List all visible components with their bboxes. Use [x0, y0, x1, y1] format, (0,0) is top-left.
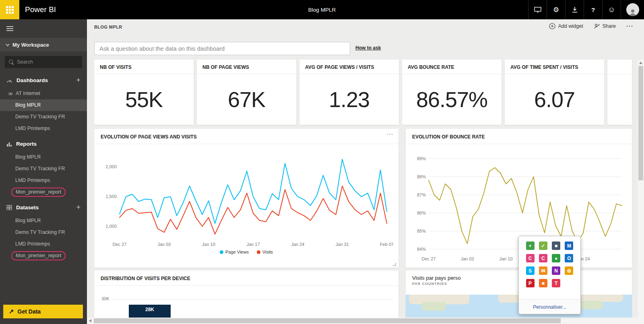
- app-launcher-button[interactable]: [0, 0, 19, 19]
- horizontal-scroll-thumb[interactable]: [94, 318, 561, 323]
- sidebar-item-mon-premier-report[interactable]: Mon_premier_report: [0, 186, 87, 198]
- sidebar-item-mon-premier-report[interactable]: Mon_premier_report: [0, 250, 87, 262]
- section-reports[interactable]: Reports: [0, 136, 87, 151]
- help-button[interactable]: ?: [584, 0, 602, 19]
- share-app-pink-ocs-icon[interactable]: C: [526, 254, 535, 262]
- share-button[interactable]: Share: [594, 23, 616, 29]
- section-label: Datasets: [16, 204, 39, 210]
- gridline: [113, 299, 393, 299]
- settings-button[interactable]: ⚙: [547, 0, 565, 19]
- share-app-outlook-icon[interactable]: O: [565, 254, 573, 262]
- svg-text:89%: 89%: [417, 156, 426, 161]
- chevron-down-icon: [6, 42, 10, 46]
- share-app-red-t-icon[interactable]: T: [552, 279, 560, 287]
- scroll-left-arrow[interactable]: [87, 318, 93, 324]
- feedback-button[interactable]: ☺: [602, 0, 621, 19]
- kpi-title: AVG BOUNCE RATE: [402, 60, 502, 74]
- add-dataset-button[interactable]: +: [76, 204, 80, 211]
- get-data-button[interactable]: ↗ Get Data: [3, 305, 83, 318]
- legend-item: Page Views: [220, 250, 249, 254]
- kpi-value: 55K: [94, 74, 194, 125]
- share-app-red-p-icon[interactable]: P: [526, 279, 535, 287]
- add-widget-label: Add widget: [558, 23, 583, 29]
- pageviews-visits-tile[interactable]: EVOLUTION OF PAGE VIEWS AND VISITS ··· 1…: [94, 129, 398, 268]
- qa-question-input[interactable]: [94, 42, 350, 55]
- share-app-blue-m-icon[interactable]: M: [565, 241, 573, 250]
- vertical-scroll-thumb[interactable]: [638, 66, 643, 180]
- vertical-scrollbar[interactable]: [638, 60, 644, 318]
- kpi-card[interactable]: AVG OF TIME SPENT / VISITS6.07: [505, 60, 604, 125]
- section-datasets[interactable]: Datasets +: [0, 200, 87, 215]
- share-app-globe-icon[interactable]: ●: [552, 254, 560, 262]
- sidebar-item-blog-mplr[interactable]: Blog MPLR: [0, 151, 87, 163]
- share-app-mail-icon[interactable]: ✉: [539, 266, 547, 275]
- share-app-pink-ocs2-icon[interactable]: C: [539, 254, 547, 262]
- svg-text:Jan 03: Jan 03: [460, 256, 474, 261]
- svg-text:Dec 27: Dec 27: [422, 256, 436, 261]
- sidebar-item-label: Blog MPLR: [15, 151, 41, 163]
- sidebar-item-at-internet[interactable]: AT Internet: [0, 88, 87, 99]
- datasets-list: Blog MPLRDemo TV Tracking FRLMD Printemp…: [0, 215, 87, 262]
- workspace-selector[interactable]: My Workspace: [0, 38, 87, 52]
- section-dashboards[interactable]: Dashboards +: [0, 72, 87, 88]
- sidebar-item-lmd-printemps[interactable]: LMD Printemps: [0, 238, 87, 250]
- datasets-icon: [6, 205, 12, 210]
- more-options-icon[interactable]: ···: [626, 23, 634, 29]
- sidebar-item-blog-mplr[interactable]: Blog MPLR: [0, 99, 87, 111]
- section-label: Reports: [16, 141, 37, 147]
- share-app-orange-icon[interactable]: ■: [539, 279, 547, 287]
- sidebar-item-label: Demo TV Tracking FR: [15, 111, 65, 123]
- kpi-card[interactable]: AVG OF PAGE VIEWS / VISITS1.23: [299, 60, 399, 125]
- kpi-value: 6.07: [505, 74, 604, 125]
- sidebar-item-demo-tv-tracking-fr[interactable]: Demo TV Tracking FR: [0, 111, 87, 123]
- sidebar-item-label: AT Internet: [16, 88, 40, 99]
- help-icon: ?: [591, 6, 595, 13]
- customize-link[interactable]: Personnaliser...: [533, 304, 566, 310]
- add-dashboard-button[interactable]: +: [76, 76, 80, 84]
- topbar: Power BI Blog MPLR ⚙ ? ☺: [0, 0, 644, 19]
- fullscreen-button[interactable]: [528, 0, 547, 19]
- device-bar[interactable]: 28K: [129, 305, 171, 318]
- scroll-up-arrow[interactable]: [638, 60, 644, 66]
- kpi-card[interactable]: AVG BOUNCE RATE86.57%: [402, 60, 502, 125]
- sidebar-item-label: Mon_premier_report: [11, 188, 66, 197]
- kpi-card[interactable]: NB OF VISITS55K: [94, 60, 194, 125]
- kpi-title: NB OF VISITS: [94, 60, 194, 74]
- sidebar-item-blog-mplr[interactable]: Blog MPLR: [0, 215, 87, 227]
- sidebar-item-demo-tv-tracking-fr[interactable]: Demo TV Tracking FR: [0, 163, 87, 175]
- svg-text:1,000: 1,000: [105, 224, 117, 229]
- account-button[interactable]: [621, 0, 644, 19]
- add-widget-button[interactable]: Add widget: [549, 23, 583, 29]
- get-data-label: Get Data: [18, 308, 41, 315]
- sidebar-item-demo-tv-tracking-fr[interactable]: Demo TV Tracking FR: [0, 227, 87, 238]
- share-app-purple-n-icon[interactable]: N: [552, 266, 560, 275]
- sidebar-collapse-button[interactable]: [0, 19, 87, 38]
- download-button[interactable]: [565, 0, 584, 19]
- section-label: Dashboards: [17, 77, 48, 83]
- app-name: Power BI: [25, 5, 56, 14]
- fullscreen-icon: [534, 7, 541, 12]
- kpi-card-partial[interactable]: [607, 60, 632, 125]
- share-app-skype-icon[interactable]: S: [526, 266, 535, 275]
- share-app-slate-icon[interactable]: ■: [552, 241, 560, 250]
- share-app-green-plus-icon[interactable]: +: [526, 241, 535, 250]
- search-input[interactable]: [17, 59, 78, 65]
- dashboards-icon: [6, 78, 12, 83]
- horizontal-scrollbar[interactable]: [87, 318, 638, 324]
- pageviews-visits-chart: 1,0001,5002,000Dec 27Jan 03Jan 10Jan 17J…: [99, 147, 393, 249]
- tile-title: EVOLUTION OF BOUNCE RATE: [406, 129, 632, 144]
- dashboards-list: AT InternetBlog MPLRDemo TV Tracking FRL…: [0, 88, 87, 134]
- how-to-ask-link[interactable]: How to ask: [355, 45, 381, 51]
- sidebar-item-lmd-printemps[interactable]: LMD Printemps: [0, 175, 87, 186]
- smiley-icon: ☺: [608, 6, 615, 14]
- resize-handle-icon[interactable]: [393, 263, 396, 266]
- kpi-card[interactable]: NB OF PAGE VIEWS67K: [197, 60, 296, 125]
- sidebar-item-lmd-printemps[interactable]: LMD Printemps: [0, 123, 87, 134]
- tile-more-icon[interactable]: ···: [387, 131, 394, 138]
- share-app-green-check-icon[interactable]: ✓: [539, 241, 547, 250]
- tile-title: EVOLUTION OF PAGE VIEWS AND VISITS ···: [94, 129, 398, 144]
- svg-text:Feb 07: Feb 07: [380, 242, 393, 247]
- svg-text:84%: 84%: [417, 247, 426, 252]
- visits-device-tile[interactable]: DISTRIBUTION OF VISITS PER DEVICE 30K 28…: [94, 270, 398, 318]
- share-app-flower-icon[interactable]: ✿: [565, 266, 573, 275]
